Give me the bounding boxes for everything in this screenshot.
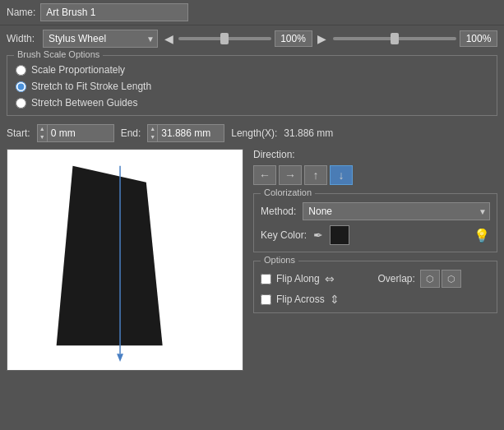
start-spin-down[interactable]: ▼ [39, 133, 45, 141]
start-spin-up[interactable]: ▲ [39, 125, 45, 133]
right-panel: Direction: ← → ↑ ↓ Colorization Method: … [243, 149, 497, 371]
length-value: 31.886 mm [284, 127, 333, 139]
width-row: Width: Stylus Wheel Fixed Pressure Veloc… [0, 25, 504, 52]
key-color-swatch[interactable] [330, 225, 349, 245]
dir-right-button[interactable]: → [279, 165, 302, 185]
slider-group-2 [333, 30, 498, 47]
options-legend: Options [261, 255, 298, 265]
brush-preview-svg [7, 150, 243, 370]
stretch-stroke-label[interactable]: Stretch to Fit Stroke Length [31, 81, 151, 92]
svg-marker-1 [57, 166, 163, 345]
method-label: Method: [261, 206, 296, 217]
start-input[interactable] [48, 125, 113, 141]
colorization-legend: Colorization [261, 187, 315, 197]
name-label: Name: [7, 7, 35, 18]
key-color-row: Key Color: ✒ 💡 [261, 225, 490, 245]
end-spinner: ▲ ▼ [148, 125, 158, 141]
scale-proportionately-radio[interactable] [16, 65, 26, 76]
overlap-label: Overlap: [378, 273, 415, 284]
width-select[interactable]: Stylus Wheel Fixed Pressure Velocity Ran… [43, 30, 158, 48]
start-spinner: ▲ ▼ [38, 125, 48, 141]
end-label: End: [121, 127, 141, 139]
name-row: Name: [0, 0, 504, 25]
main-area: Direction: ← → ↑ ↓ Colorization Method: … [0, 146, 504, 374]
dir-down-button[interactable]: ↓ [330, 165, 353, 185]
direction-title: Direction: [253, 149, 497, 160]
length-label: Length(X): [231, 127, 277, 139]
stretch-guides-radio[interactable] [16, 98, 26, 109]
stretch-guides-label[interactable]: Stretch Between Guides [31, 97, 137, 109]
end-input[interactable] [158, 125, 224, 141]
stretch-stroke-row: Stretch to Fit Stroke Length [16, 81, 488, 92]
end-spin-down[interactable]: ▼ [150, 133, 155, 141]
slider1-track[interactable] [178, 37, 271, 40]
flip-along-label[interactable]: Flip Along [276, 273, 320, 284]
key-color-label: Key Color: [261, 229, 307, 241]
options-grid: Flip Along ⇔ Overlap: ⬡ ⬡ Flip Across ⇕ [261, 270, 490, 306]
width-label: Width: [7, 33, 35, 44]
direction-buttons: ← → ↑ ↓ [253, 165, 497, 185]
method-select-wrap: None Tints Tints and Shades Hue Shift ▼ [303, 202, 490, 220]
scale-proportionately-label[interactable]: Scale Proportionately [31, 64, 125, 76]
eyedropper-icon[interactable]: ✒ [313, 229, 323, 242]
name-input[interactable] [40, 3, 188, 21]
overlap-btn-2[interactable]: ⬡ [442, 270, 461, 288]
slider2-thumb[interactable] [391, 33, 399, 44]
brush-scale-box: Brush Scale Options Scale Proportionatel… [7, 55, 497, 116]
flip-across-icon: ⇕ [330, 293, 340, 306]
preview-canvas [7, 149, 243, 371]
slider2-input[interactable] [460, 30, 497, 47]
overlap-buttons: ⬡ ⬡ [420, 270, 461, 288]
end-input-wrap: ▲ ▼ [147, 124, 224, 142]
slider1-left-arrow[interactable]: ◀ [163, 32, 175, 45]
flip-along-icon: ⇔ [325, 272, 335, 285]
method-select[interactable]: None Tints Tints and Shades Hue Shift [303, 202, 490, 220]
stretch-guides-row: Stretch Between Guides [16, 97, 488, 109]
flip-across-row: Flip Across ⇕ [261, 293, 373, 306]
slider1-input[interactable] [275, 30, 312, 47]
slider1-thumb[interactable] [220, 33, 229, 44]
slider-group-1: ◀ ▶ [163, 30, 328, 47]
colorization-section: Colorization Method: None Tints Tints an… [253, 193, 497, 252]
end-spin-up[interactable]: ▲ [150, 125, 155, 133]
flip-across-label[interactable]: Flip Across [276, 294, 325, 305]
overlap-group: Overlap: ⬡ ⬡ [378, 270, 491, 288]
scale-proportionately-row: Scale Proportionately [16, 64, 488, 76]
dir-up-button[interactable]: ↑ [304, 165, 327, 185]
flip-along-checkbox[interactable] [261, 274, 271, 284]
start-label: Start: [7, 127, 30, 139]
method-row: Method: None Tints Tints and Shades Hue … [261, 202, 490, 220]
slider1-right-arrow[interactable]: ▶ [316, 32, 328, 45]
slider2-track[interactable] [333, 37, 457, 40]
dir-left-button[interactable]: ← [253, 165, 276, 185]
options-section: Options Flip Along ⇔ Overlap: ⬡ ⬡ [253, 261, 497, 313]
flip-across-checkbox[interactable] [261, 294, 271, 305]
brush-scale-legend: Brush Scale Options [14, 49, 103, 59]
start-end-row: Start: ▲ ▼ End: ▲ ▼ Length(X): 31.886 mm [0, 119, 504, 146]
flip-along-row: Flip Along ⇔ [261, 270, 373, 288]
stretch-stroke-radio[interactable] [16, 81, 26, 92]
bulb-icon[interactable]: 💡 [474, 228, 490, 243]
direction-section: Direction: ← → ↑ ↓ [253, 149, 497, 185]
start-input-wrap: ▲ ▼ [37, 124, 114, 142]
width-select-wrap: Stylus Wheel Fixed Pressure Velocity Ran… [43, 30, 158, 48]
overlap-btn-1[interactable]: ⬡ [420, 270, 440, 288]
